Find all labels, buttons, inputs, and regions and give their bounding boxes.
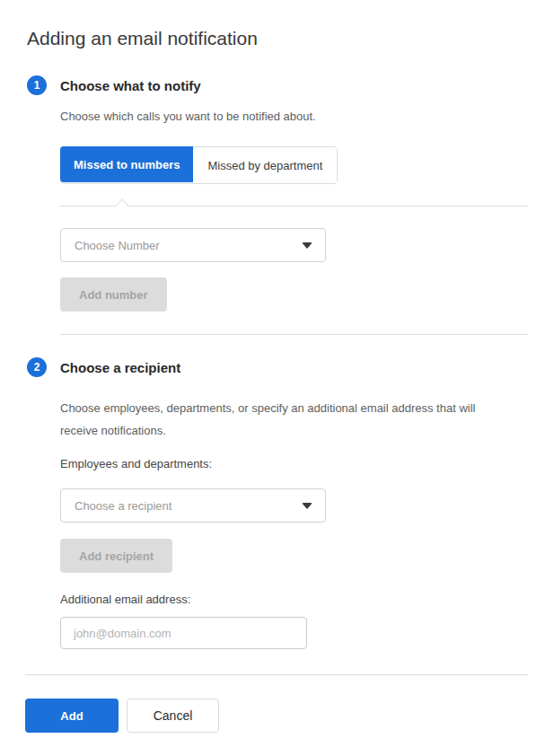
- recipient-select[interactable]: Choose a recipient: [60, 488, 326, 523]
- step-1-description: Choose which calls you want to be notifi…: [60, 110, 554, 123]
- footer-divider: [25, 674, 528, 675]
- add-number-button[interactable]: Add number: [60, 277, 167, 312]
- add-email-notification-dialog: Adding an email notification 1 Choose wh…: [0, 27, 554, 756]
- add-recipient-button[interactable]: Add recipient: [60, 539, 172, 573]
- additional-email-label: Additional email address:: [60, 593, 554, 606]
- step-2-heading: Choose a recipient: [60, 360, 180, 375]
- step-1-header: 1 Choose what to notify: [27, 75, 554, 95]
- add-button[interactable]: Add: [25, 699, 119, 733]
- section-divider: [60, 334, 528, 335]
- step-2-header: 2 Choose a recipient: [27, 357, 554, 377]
- step-1-heading: Choose what to notify: [60, 78, 201, 93]
- tab-missed-to-numbers[interactable]: Missed to numbers: [60, 146, 193, 182]
- chevron-down-icon: [302, 242, 312, 249]
- notify-type-tab-group: Missed to numbers Missed by department: [60, 146, 338, 184]
- step-2-number-badge: 2: [27, 357, 47, 377]
- number-select-placeholder: Choose Number: [75, 239, 160, 252]
- cancel-button[interactable]: Cancel: [127, 699, 219, 733]
- page-title: Adding an email notification: [27, 27, 554, 50]
- recipients-label: Employees and departments:: [60, 457, 554, 470]
- additional-email-input[interactable]: [60, 617, 307, 649]
- footer-actions: Add Cancel: [25, 699, 554, 733]
- step-2-description: Choose employees, departments, or specif…: [60, 397, 482, 442]
- chevron-down-icon: [302, 503, 312, 509]
- tab-pointer-divider: [60, 206, 528, 207]
- number-select[interactable]: Choose Number: [60, 228, 326, 262]
- tab-missed-by-department[interactable]: Missed by department: [193, 147, 337, 183]
- step-2-section: 2 Choose a recipient Choose employees, d…: [0, 357, 554, 649]
- step-1-section: 1 Choose what to notify Choose which cal…: [0, 75, 554, 335]
- step-1-number-badge: 1: [27, 75, 47, 95]
- recipient-select-placeholder: Choose a recipient: [75, 499, 171, 513]
